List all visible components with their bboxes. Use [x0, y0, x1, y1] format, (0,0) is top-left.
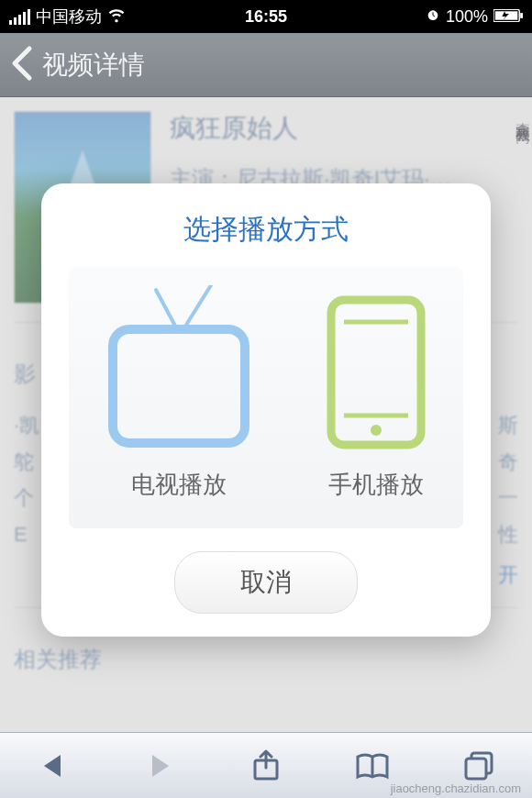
arrow-left-icon	[35, 749, 72, 782]
status-right: 100%	[351, 7, 523, 27]
alarm-icon	[426, 7, 440, 27]
tv-play-option[interactable]: 电视播放	[105, 285, 252, 501]
tabs-icon	[460, 749, 497, 782]
svg-line-5	[183, 285, 211, 329]
tv-play-label: 电视播放	[105, 469, 252, 501]
signal-icon	[9, 9, 30, 25]
phone-icon	[326, 285, 427, 450]
watermark-url: jiaocheng.chazidian.com	[391, 781, 521, 795]
playback-modal: 选择播放方式 电视播放	[41, 183, 491, 637]
share-icon	[248, 749, 284, 782]
svg-point-10	[371, 425, 382, 436]
wifi-icon	[107, 6, 126, 28]
watermark-side: 查字典教程网	[506, 110, 532, 121]
browser-forward-button[interactable]	[137, 748, 183, 784]
arrow-right-icon	[141, 749, 178, 782]
status-left: 中国移动	[9, 6, 181, 28]
bookmarks-button[interactable]	[349, 748, 395, 784]
svg-rect-6	[113, 329, 245, 443]
phone-play-option[interactable]: 手机播放	[326, 285, 427, 501]
modal-overlay: 选择播放方式 电视播放	[0, 33, 532, 732]
modal-title: 选择播放方式	[69, 211, 463, 249]
battery-label: 100%	[446, 7, 488, 27]
svg-rect-3	[520, 13, 523, 18]
tv-icon	[105, 285, 252, 450]
status-bar: 中国移动 16:55 100%	[0, 0, 532, 33]
browser-back-button[interactable]	[30, 748, 76, 784]
battery-icon	[493, 7, 523, 27]
svg-line-4	[156, 290, 177, 329]
book-icon	[354, 749, 391, 782]
phone-play-label: 手机播放	[326, 469, 427, 501]
status-time: 16:55	[181, 7, 352, 27]
cancel-button[interactable]: 取消	[174, 551, 358, 614]
svg-rect-14	[466, 759, 486, 779]
tabs-button[interactable]	[456, 748, 502, 784]
share-button[interactable]	[243, 748, 289, 784]
carrier-label: 中国移动	[36, 6, 102, 28]
